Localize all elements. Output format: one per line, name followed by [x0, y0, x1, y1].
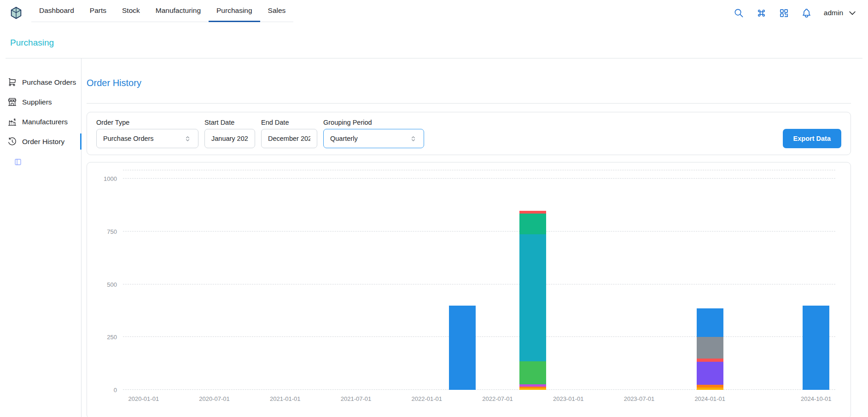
stacked-bar[interactable]	[519, 211, 546, 390]
breadcrumb: Purchasing	[6, 26, 862, 58]
title-divider	[87, 103, 851, 104]
order-type-value: Purchase Orders	[103, 135, 154, 142]
grouping-period-label: Grouping Period	[323, 119, 424, 126]
grouping-period-value: Quarterly	[330, 135, 358, 142]
end-date-label: End Date	[261, 119, 317, 126]
y-axis-tick-label: 500	[107, 281, 117, 288]
purchasing-sidebar: Purchase Orders Suppliers Manufacturers …	[0, 58, 82, 417]
tab-sales[interactable]: Sales	[260, 0, 294, 22]
x-axis-tick-label: 2023-07-01	[624, 395, 655, 402]
x-axis-tick-label: 2024-10-01	[801, 395, 832, 402]
bar-segment	[519, 234, 546, 361]
chart-top-gridline	[123, 170, 835, 170]
grouping-period-field: Grouping Period Quarterly	[323, 119, 424, 148]
sidebar-item-order-history[interactable]: Order History	[0, 132, 81, 151]
search-icon[interactable]	[734, 8, 744, 18]
shopping-cart-icon	[7, 77, 17, 87]
y-gridline	[123, 336, 835, 337]
sidebar-item-manufacturers[interactable]: Manufacturers	[0, 112, 81, 132]
y-axis-tick-label: 0	[114, 387, 117, 394]
start-date-label: Start Date	[204, 119, 255, 126]
barcode-scan-icon[interactable]	[779, 8, 789, 18]
y-gridline	[123, 231, 835, 232]
y-gridline	[123, 389, 835, 390]
stacked-bar[interactable]	[697, 308, 723, 390]
tab-parts[interactable]: Parts	[82, 0, 114, 22]
factory-icon	[7, 117, 17, 127]
start-date-field: Start Date	[204, 119, 255, 148]
y-gridline	[123, 284, 835, 284]
chevron-updown-icon	[184, 135, 192, 143]
order-type-label: Order Type	[96, 119, 198, 126]
y-gridline	[123, 178, 835, 179]
order-history-chart-card: 025050075010002020-01-012020-07-012021-0…	[87, 162, 851, 417]
x-axis-tick-label: 2022-01-01	[412, 395, 443, 402]
sidebar-item-label: Order History	[22, 138, 64, 146]
stacked-bar[interactable]	[803, 306, 829, 390]
notifications-bell-icon[interactable]	[801, 8, 812, 18]
sidebar-item-label: Suppliers	[22, 98, 52, 106]
tab-purchasing[interactable]: Purchasing	[209, 0, 260, 22]
command-palette-icon[interactable]	[756, 8, 767, 18]
y-axis-tick-label: 750	[107, 228, 117, 235]
end-date-input[interactable]	[261, 129, 317, 148]
tab-dashboard[interactable]: Dashboard	[31, 0, 82, 22]
chart-plot: 025050075010002020-01-012020-07-012021-0…	[123, 170, 835, 390]
x-axis-tick-label: 2021-07-01	[341, 395, 372, 402]
y-axis-tick-label: 250	[107, 334, 117, 341]
order-type-select[interactable]: Purchase Orders	[96, 129, 198, 148]
bar-segment	[519, 388, 546, 390]
order-type-field: Order Type Purchase Orders	[96, 119, 198, 148]
sidebar-item-purchase-orders[interactable]: Purchase Orders	[0, 72, 81, 92]
grouping-period-select[interactable]: Quarterly	[323, 129, 424, 148]
stacked-bar[interactable]	[449, 306, 476, 390]
bar-segment	[803, 306, 829, 390]
content-area: Purchase Orders Suppliers Manufacturers …	[0, 58, 868, 417]
user-menu[interactable]: admin	[824, 8, 857, 17]
bar-segment	[449, 306, 476, 390]
tab-manufacturing[interactable]: Manufacturing	[148, 0, 209, 22]
end-date-field: End Date	[261, 119, 317, 148]
username-label: admin	[824, 9, 843, 17]
navbar-actions: admin	[734, 8, 857, 18]
building-store-icon	[7, 97, 17, 107]
page-title: Order History	[87, 78, 851, 88]
bar-segment	[697, 308, 723, 336]
bar-segment	[697, 337, 723, 359]
sidebar-item-label: Manufacturers	[22, 118, 68, 126]
sidebar-item-suppliers[interactable]: Suppliers	[0, 92, 81, 112]
export-data-button[interactable]: Export Data	[783, 129, 841, 148]
sidebar-collapse-icon[interactable]	[14, 158, 22, 166]
x-axis-tick-label: 2024-01-01	[694, 395, 725, 402]
order-history-panel: Order History Order Type Purchase Orders…	[82, 58, 868, 417]
top-navbar: Dashboard Parts Stock Manufacturing Purc…	[0, 0, 868, 26]
breadcrumb-purchasing[interactable]: Purchasing	[10, 38, 54, 47]
chevron-down-icon	[848, 8, 857, 17]
chevron-updown-icon	[409, 135, 417, 143]
x-axis-tick-label: 2020-01-01	[128, 395, 159, 402]
sidebar-item-label: Purchase Orders	[22, 78, 76, 87]
bar-segment	[697, 388, 723, 390]
app-logo-icon[interactable]	[9, 6, 23, 20]
tab-stock[interactable]: Stock	[114, 0, 148, 22]
bar-segment	[697, 362, 723, 385]
x-axis-tick-label: 2020-07-01	[199, 395, 230, 402]
start-date-input[interactable]	[204, 129, 255, 148]
main-nav-tabs: Dashboard Parts Stock Manufacturing Purc…	[31, 0, 293, 22]
y-axis-tick-label: 1000	[104, 175, 117, 182]
x-axis-tick-label: 2021-01-01	[270, 395, 301, 402]
bar-segment	[519, 361, 546, 384]
filter-panel: Order Type Purchase Orders Start Date En…	[87, 112, 851, 155]
history-clock-icon	[7, 137, 17, 146]
x-axis-tick-label: 2023-01-01	[553, 395, 584, 402]
x-axis-tick-label: 2022-07-01	[482, 395, 513, 402]
bar-segment	[697, 359, 723, 362]
bar-segment	[519, 214, 546, 235]
